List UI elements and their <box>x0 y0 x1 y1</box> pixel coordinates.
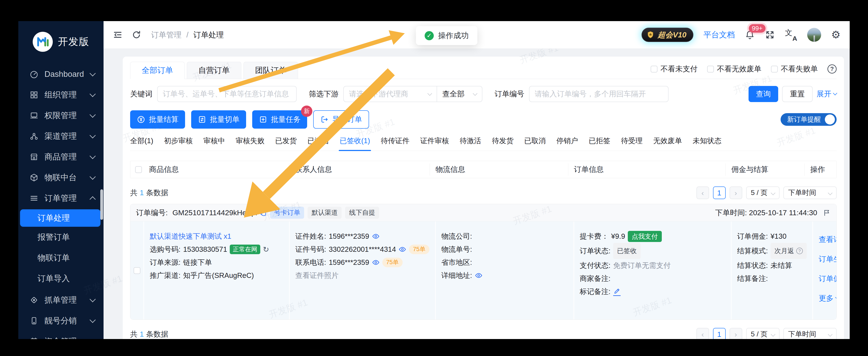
eye-icon[interactable] <box>372 233 380 240</box>
eye-icon[interactable] <box>372 258 380 266</box>
status-tab[interactable]: 无效废单 <box>653 136 682 146</box>
prev-page-button[interactable]: ‹ <box>696 186 709 199</box>
batch-task-button[interactable]: 批量任务 新 <box>252 110 307 129</box>
status-tab[interactable]: 待激活 <box>460 136 481 146</box>
sidebar-item-iot-orders[interactable]: 物联订单 <box>18 247 103 268</box>
refresh-icon[interactable] <box>131 30 142 40</box>
chevron-down-icon <box>828 190 833 195</box>
downstream-select[interactable]: 请选择下游代理商 <box>343 86 437 102</box>
status-tab[interactable]: 审核失败 <box>236 136 265 146</box>
status-tab[interactable]: 已激活 <box>307 136 329 146</box>
batch-settle-button[interactable]: 批量结算 <box>130 110 185 129</box>
page-size-select[interactable]: 5 / 页 <box>746 328 779 339</box>
sort-select[interactable]: 下单时间 <box>783 186 837 199</box>
sidebar-item-order-import[interactable]: 订单导入 <box>18 268 103 289</box>
flag-icon[interactable] <box>823 209 831 217</box>
collapse-sidebar-icon[interactable] <box>113 30 123 40</box>
status-tab[interactable]: 待受理 <box>621 136 643 146</box>
success-toast: ✓ 操作成功 <box>416 26 477 45</box>
status-tab[interactable]: 初步审核 <box>164 136 193 146</box>
view-id-photos-link[interactable]: 查看证件照片 <box>296 269 339 282</box>
new-order-alert-toggle[interactable]: 新订单提醒 <box>781 113 837 126</box>
status-tab-signed[interactable]: 已签收(1) <box>340 136 370 146</box>
status-tab-all[interactable]: 全部(1) <box>130 136 153 146</box>
fullscreen-icon[interactable] <box>765 30 775 40</box>
status-tab[interactable]: 待发货 <box>492 136 514 146</box>
sidebar-item-org[interactable]: 组织管理 <box>18 84 103 105</box>
tab-all-orders[interactable]: 全部订单 <box>130 62 185 79</box>
page-number-button[interactable]: 1 <box>713 186 726 199</box>
copy-icon[interactable] <box>259 209 267 217</box>
pay-now-button[interactable]: 点我支付 <box>628 231 662 242</box>
eye-icon[interactable] <box>475 272 483 279</box>
order-row-body: 默认渠道快速下单测试 x1 选购号码:15303830571正常在网↻ 订单来源… <box>130 221 836 319</box>
checkbox[interactable] <box>135 166 142 173</box>
status-tab[interactable]: 已取消 <box>524 136 546 146</box>
sidebar-item-iot[interactable]: 物联中台 <box>18 167 103 188</box>
order-production-link[interactable]: 订单生产 <box>819 252 837 265</box>
scope-select[interactable]: 查全部 <box>437 86 483 102</box>
reset-button[interactable]: 重置 <box>782 86 813 102</box>
keyword-input[interactable]: 订单号、运单号、下单等任意订单信息 <box>157 86 297 102</box>
vip-badge[interactable]: 超会V10 <box>642 28 693 42</box>
batch-switch-button[interactable]: 批量切单 <box>191 110 246 129</box>
next-page-button[interactable]: › <box>730 328 742 339</box>
sidebar-item-grab[interactable]: 抓单管理 <box>18 290 103 310</box>
sidebar-item-dashboard[interactable]: Dashboard <box>18 64 103 84</box>
recheck-number-icon[interactable]: ↻ <box>263 246 269 253</box>
search-button[interactable]: 查询 <box>748 86 778 102</box>
status-tab[interactable]: 已发货 <box>275 136 297 146</box>
sidebar-item-channel[interactable]: 渠道管理 <box>18 126 103 146</box>
sidebar-item-order[interactable]: 订单管理 <box>18 188 103 209</box>
sidebar-scrollbar[interactable] <box>100 189 103 220</box>
eye-icon[interactable] <box>399 245 406 253</box>
plus-square-icon <box>259 115 268 124</box>
platform-docs-link[interactable]: 平台文档 <box>704 30 735 40</box>
funds-calendar-icon <box>29 336 39 339</box>
order-commission-link[interactable]: 订单佣金 <box>819 272 837 285</box>
more-actions-link[interactable]: 更多 <box>819 292 837 305</box>
filter-hide-unpaid[interactable]: 不看未支付 <box>651 64 698 74</box>
next-page-button[interactable]: › <box>730 186 742 199</box>
question-icon[interactable]: ? <box>796 248 803 254</box>
sidebar-item-product[interactable]: 商品管理 <box>18 146 103 167</box>
checkbox[interactable] <box>707 66 714 72</box>
sidebar-item-permission[interactable]: 权限管理 <box>18 105 103 126</box>
status-tab[interactable]: 停销户 <box>557 136 578 146</box>
breadcrumb-current: 订单处理 <box>193 30 224 40</box>
filter-hide-invalid[interactable]: 不看无效废单 <box>707 64 762 74</box>
product-title-link[interactable]: 默认渠道快速下单测试 x1 <box>150 230 231 243</box>
shield-icon <box>646 31 655 39</box>
filter-hide-failed[interactable]: 不看失败单 <box>771 64 818 74</box>
breadcrumb-parent[interactable]: 订单管理 <box>151 30 182 40</box>
translate-icon[interactable]: 文A <box>785 29 797 41</box>
status-tab[interactable]: 待传证件 <box>381 136 410 146</box>
sidebar-item-alarm-orders[interactable]: 报警订单 <box>18 227 103 247</box>
checkbox[interactable] <box>771 66 778 72</box>
tab-self-orders[interactable]: 自营订单 <box>187 62 241 79</box>
avatar[interactable] <box>807 28 821 42</box>
help-icon[interactable]: ? <box>828 64 837 74</box>
select-all-checkbox-cell <box>130 164 144 176</box>
status-tab[interactable]: 证件审核 <box>420 136 449 146</box>
page-size-select[interactable]: 5 / 页 <box>746 186 779 199</box>
sidebar-item-number-distribution[interactable]: 靓号分销 <box>18 310 103 331</box>
notifications-button[interactable]: 99+ <box>745 30 755 40</box>
status-tab[interactable]: 审核中 <box>204 136 225 146</box>
tab-team-orders[interactable]: 团队订单 <box>244 62 298 79</box>
order-no-input[interactable]: 请输入订单编号，多个用回车隔开 <box>529 86 669 102</box>
export-orders-button[interactable]: 导出订单 <box>313 110 369 129</box>
prev-page-button[interactable]: ‹ <box>696 328 709 339</box>
checkbox[interactable] <box>651 66 657 72</box>
status-tab[interactable]: 未知状态 <box>693 136 721 146</box>
expand-filters-link[interactable]: 展开 <box>816 89 837 99</box>
view-details-link[interactable]: 查看详情 <box>819 233 837 246</box>
checkbox[interactable] <box>134 267 141 274</box>
sort-select[interactable]: 下单时间 <box>783 328 837 339</box>
edit-note-icon[interactable] <box>613 287 621 296</box>
gear-icon[interactable]: ⚙ <box>831 30 840 40</box>
sidebar-item-order-processing[interactable]: 订单处理 <box>20 209 100 227</box>
sidebar-item-funds[interactable]: 资金管理 <box>18 331 103 339</box>
status-tab[interactable]: 已拒签 <box>589 136 610 146</box>
page-number-button[interactable]: 1 <box>713 328 726 339</box>
